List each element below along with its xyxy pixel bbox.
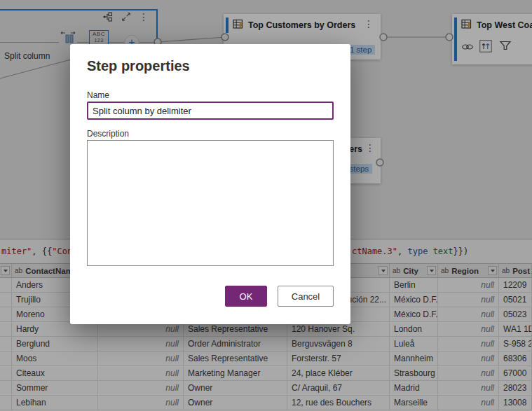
description-field[interactable] xyxy=(87,140,334,266)
cancel-button[interactable]: Cancel xyxy=(278,286,334,307)
name-field[interactable] xyxy=(87,102,334,120)
ok-button[interactable]: OK xyxy=(225,286,267,307)
description-label: Description xyxy=(87,129,129,139)
power-query-diagram-view: ⋮ Split column ABC 123 + xyxy=(0,0,532,411)
step-properties-dialog: Step properties Name Description OK Canc… xyxy=(70,44,350,324)
name-label: Name xyxy=(87,90,109,100)
dialog-title: Step properties xyxy=(87,58,190,74)
